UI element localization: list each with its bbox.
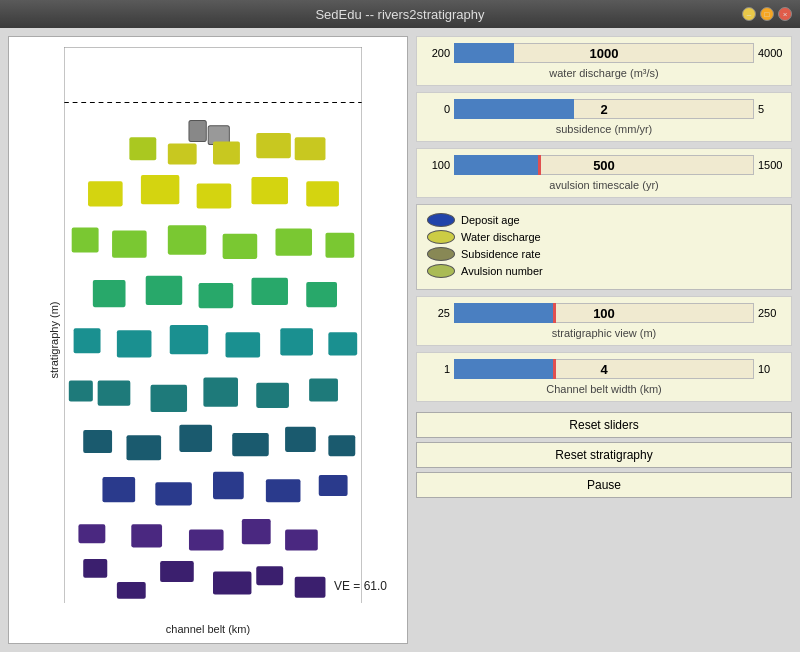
- svg-rect-66: [256, 133, 291, 158]
- close-button[interactable]: ×: [778, 7, 792, 21]
- plot-container: stratigraphy (m) channel belt (km) VE = …: [8, 36, 408, 644]
- svg-rect-21: [242, 519, 271, 544]
- svg-rect-24: [102, 477, 135, 502]
- legend-label-water-discharge: Water discharge: [461, 231, 541, 243]
- avulsion-max: 1500: [758, 159, 783, 171]
- svg-rect-62: [306, 181, 339, 206]
- legend-label-avulsion-number: Avulsion number: [461, 265, 543, 277]
- svg-rect-39: [309, 379, 338, 402]
- subsidence-row: 0 2 5: [425, 99, 783, 119]
- channel-belt-width-max: 10: [758, 363, 783, 375]
- svg-rect-69: [129, 137, 156, 160]
- svg-rect-53: [168, 225, 206, 254]
- channel-belt-width-label: Channel belt width (km): [425, 383, 783, 395]
- legend-oval-subsidence-rate: [427, 247, 455, 261]
- svg-rect-25: [155, 482, 192, 505]
- svg-rect-43: [225, 332, 260, 357]
- svg-rect-19: [131, 524, 162, 547]
- channel-belt-width-row: 1 4 10: [425, 359, 783, 379]
- svg-rect-45: [328, 332, 357, 355]
- strat-view-max: 250: [758, 307, 783, 319]
- y-axis-label: stratigraphy (m): [48, 301, 60, 378]
- pause-button[interactable]: Pause: [416, 472, 792, 498]
- svg-rect-13: [160, 561, 194, 582]
- svg-rect-20: [189, 530, 224, 551]
- main-content: stratigraphy (m) channel belt (km) VE = …: [0, 28, 800, 652]
- subsidence-label: subsidence (mm/yr): [425, 123, 783, 135]
- reset-stratigraphy-button[interactable]: Reset stratigraphy: [416, 442, 792, 468]
- svg-rect-36: [151, 385, 188, 412]
- strat-view-track[interactable]: 100: [454, 303, 754, 323]
- svg-rect-50: [251, 278, 288, 305]
- avulsion-label: avulsion timescale (yr): [425, 179, 783, 191]
- svg-rect-17: [295, 577, 326, 598]
- svg-rect-31: [179, 425, 212, 452]
- water-discharge-track[interactable]: 1000: [454, 43, 754, 63]
- svg-rect-30: [126, 435, 161, 460]
- svg-rect-35: [98, 381, 131, 406]
- svg-rect-67: [295, 137, 326, 160]
- window-controls: – □ ×: [742, 7, 792, 21]
- right-panel: 200 1000 4000 water discharge (m³/s) 0 2: [416, 36, 792, 644]
- svg-rect-51: [306, 282, 337, 307]
- legend-item-subsidence-rate: Subsidence rate: [427, 247, 781, 261]
- water-discharge-row: 200 1000 4000: [425, 43, 783, 63]
- water-discharge-max: 4000: [758, 47, 783, 59]
- strat-view-group: 25 100 250 stratigraphic view (m): [416, 296, 792, 346]
- svg-rect-65: [213, 141, 240, 164]
- legend-item-avulsion-number: Avulsion number: [427, 264, 781, 278]
- legend-label-deposit-age: Deposit age: [461, 214, 520, 226]
- subsidence-max: 5: [758, 103, 783, 115]
- svg-rect-60: [197, 183, 232, 208]
- legend-item-water-discharge: Water discharge: [427, 230, 781, 244]
- x-axis-label: channel belt (km): [166, 623, 250, 635]
- channel-belt-width-track[interactable]: 4: [454, 359, 754, 379]
- svg-rect-59: [141, 175, 179, 204]
- avulsion-min: 100: [425, 159, 450, 171]
- svg-rect-56: [325, 233, 354, 258]
- svg-rect-44: [280, 328, 313, 355]
- svg-rect-40: [69, 381, 93, 402]
- svg-rect-27: [266, 479, 301, 502]
- svg-rect-55: [275, 228, 312, 255]
- svg-rect-49: [199, 283, 234, 308]
- minimize-button[interactable]: –: [742, 7, 756, 21]
- water-discharge-group: 200 1000 4000 water discharge (m³/s): [416, 36, 792, 86]
- reset-sliders-button[interactable]: Reset sliders: [416, 412, 792, 438]
- svg-rect-18: [83, 559, 107, 578]
- svg-rect-37: [203, 377, 238, 406]
- avulsion-track[interactable]: 500: [454, 155, 754, 175]
- subsidence-group: 0 2 5 subsidence (mm/yr): [416, 92, 792, 142]
- svg-rect-61: [251, 177, 288, 204]
- window-title: SedEdu -- rivers2stratigraphy: [315, 7, 484, 22]
- svg-rect-41: [117, 330, 152, 357]
- svg-rect-29: [83, 430, 112, 453]
- svg-rect-48: [146, 276, 183, 305]
- svg-rect-33: [285, 427, 316, 452]
- water-discharge-label: water discharge (m³/s): [425, 67, 783, 79]
- strat-view-min: 25: [425, 307, 450, 319]
- avulsion-value: 500: [454, 158, 754, 173]
- svg-rect-22: [285, 530, 318, 551]
- legend-oval-water-discharge: [427, 230, 455, 244]
- channel-belt-width-value: 4: [454, 362, 754, 377]
- legend-box: Deposit age Water discharge Subsidence r…: [416, 204, 792, 290]
- svg-rect-15: [256, 566, 283, 585]
- svg-rect-23: [78, 524, 105, 543]
- channel-belt-width-group: 1 4 10 Channel belt width (km): [416, 352, 792, 402]
- svg-rect-14: [213, 572, 251, 595]
- strat-view-row: 25 100 250: [425, 303, 783, 323]
- svg-rect-38: [256, 383, 289, 408]
- svg-rect-58: [88, 181, 123, 206]
- water-discharge-min: 200: [425, 47, 450, 59]
- maximize-button[interactable]: □: [760, 7, 774, 21]
- subsidence-track[interactable]: 2: [454, 99, 754, 119]
- svg-rect-46: [74, 328, 101, 353]
- legend-oval-avulsion-number: [427, 264, 455, 278]
- svg-rect-28: [319, 475, 348, 496]
- title-bar: SedEdu -- rivers2stratigraphy – □ ×: [0, 0, 800, 28]
- svg-rect-16: [117, 582, 146, 599]
- stratigraphy-plot: 0 -20 -40 -60 -80 -100 -2.0 -1.0 0.0 1.0…: [64, 47, 362, 603]
- avulsion-row: 100 500 1500: [425, 155, 783, 175]
- svg-rect-42: [170, 325, 208, 354]
